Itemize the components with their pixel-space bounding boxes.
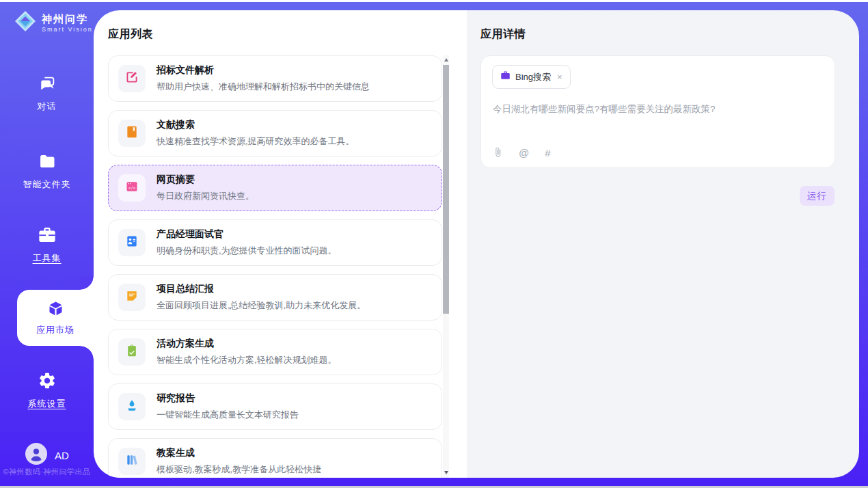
briefcase-icon (500, 70, 511, 83)
run-button[interactable]: 运行 (800, 186, 835, 206)
cube-icon (46, 299, 65, 321)
sidebar: 神州问学 Smart Vision 对话 智能文件夹 (0, 2, 94, 486)
app-title: 产品经理面试官 (157, 228, 337, 241)
tool-tag-bing-search[interactable]: Bing搜索 × (492, 65, 571, 89)
app-desc: 快速精准查找学术资源,提高研究效率的必备工具。 (157, 135, 355, 148)
app-list-panel: 应用列表 招标文件解析 帮助用户快速、准确地理解和解析招标书中的关键信 (94, 10, 467, 478)
app-list-item-project-summary[interactable]: 项目总结汇报 全面回顾项目进展,总结经验教训,助力未来优化发展。 (108, 274, 442, 321)
scrollbar-up-arrow[interactable] (443, 55, 449, 64)
app-desc: 一键智能生成高质量长文本研究报告 (157, 409, 299, 421)
prompt-card: Bing搜索 × 今日湖北有哪些新闻要点?有哪些需要关注的最新政策? @ # (480, 55, 835, 168)
paperclip-icon[interactable] (493, 147, 503, 159)
app-text: 研究报告 一键智能生成高质量长文本研究报告 (157, 392, 299, 421)
app-icon-box (118, 229, 146, 256)
note-icon (125, 289, 139, 306)
user-name: AD (55, 450, 69, 461)
sidebar-item-smart-folder[interactable]: 智能文件夹 (0, 152, 94, 191)
app-icon-box: </> (118, 174, 146, 202)
query-input[interactable]: 今日湖北有哪些新闻要点?有哪些需要关注的最新政策? (493, 103, 824, 116)
app-title: 教案生成 (157, 447, 321, 459)
app-title: 招标文件解析 (157, 64, 370, 77)
clipboard-check-icon (125, 344, 139, 360)
app-text: 活动方案生成 智能生成个性化活动方案,轻松解决规划难题。 (157, 338, 337, 366)
user-account[interactable]: AD (25, 443, 69, 467)
diamond-logo-icon (14, 10, 37, 36)
gear-icon (0, 371, 94, 393)
app-icon-box (118, 393, 146, 420)
book-icon (125, 125, 139, 141)
app-list-item-web-summary[interactable]: </> 网页摘要 每日政府新闻资讯快查。 (108, 165, 442, 211)
app-title: 网页摘要 (157, 174, 254, 186)
toolbox-icon (0, 226, 94, 247)
app-title: 研究报告 (157, 392, 299, 405)
books-icon (125, 453, 139, 470)
app-list-item-lesson-plan[interactable]: 教案生成 模板驱动,教案秒成,教学准备从此轻松快捷 (108, 438, 442, 478)
app-text: 文献搜索 快速精准查找学术资源,提高研究效率的必备工具。 (157, 119, 355, 148)
sidebar-item-settings[interactable]: 系统设置 (0, 371, 94, 410)
app-list-item-literature-search[interactable]: 文献搜索 快速精准查找学术资源,提高研究效率的必备工具。 (108, 110, 442, 157)
brand-subtitle: Smart Vision (42, 26, 93, 33)
sidebar-item-label: 对话 (0, 100, 94, 113)
sidebar-item-label: 工具集 (0, 252, 94, 265)
app-desc: 每日政府新闻资讯快查。 (157, 190, 254, 202)
pen-square-icon (125, 70, 139, 87)
app-detail-panel: 应用详情 Bing搜索 × 今日湖北有哪些新闻要点?有哪些需要关注的最新政策? (467, 10, 859, 478)
app-list-title: 应用列表 (108, 27, 153, 42)
at-icon[interactable]: @ (519, 148, 529, 158)
app-list-item-research-report[interactable]: 研究报告 一键智能生成高质量长文本研究报告 (108, 383, 442, 430)
app-list: 招标文件解析 帮助用户快速、准确地理解和解析招标书中的关键信息 文献搜索 (108, 55, 442, 478)
app-text: 项目总结汇报 全面回顾项目进展,总结经验教训,助力未来优化发展。 (157, 283, 366, 312)
folder-icon (0, 152, 94, 174)
app-text: 产品经理面试官 明确身份和职责,为您提供专业性的面试问题。 (157, 228, 337, 257)
resume-icon (125, 234, 139, 251)
scrollbar-thumb[interactable] (443, 65, 449, 314)
app-desc: 帮助用户快速、准确地理解和解析招标书中的关键信息 (157, 81, 370, 93)
app-desc: 明确身份和职责,为您提供专业性的面试问题。 (157, 245, 337, 257)
composer-toolbar: @ # (493, 147, 551, 159)
app-list-item-event-plan[interactable]: 活动方案生成 智能生成个性化活动方案,轻松解决规划难题。 (108, 329, 442, 375)
sidebar-item-app-market[interactable]: 应用市场 (17, 290, 94, 346)
copyright-text: ©神州数码·神州问学出品 (0, 467, 94, 477)
user-icon (25, 443, 47, 467)
close-icon[interactable]: × (557, 72, 562, 82)
ink-pen-icon (125, 398, 139, 415)
app-window: 神州问学 Smart Vision 对话 智能文件夹 (0, 0, 868, 488)
app-title: 项目总结汇报 (157, 283, 366, 295)
svg-text:</>: </> (128, 186, 136, 190)
app-list-item-bid-parsing[interactable]: 招标文件解析 帮助用户快速、准确地理解和解析招标书中的关键信息 (108, 55, 442, 102)
app-list-item-pm-interviewer[interactable]: 产品经理面试官 明确身份和职责,为您提供专业性的面试问题。 (108, 219, 442, 266)
hash-icon[interactable]: # (545, 148, 550, 158)
app-detail-title: 应用详情 (480, 27, 526, 42)
main-container: 应用列表 招标文件解析 帮助用户快速、准确地理解和解析招标书中的关键信 (94, 10, 859, 478)
app-list-scrollbar[interactable] (443, 55, 449, 478)
app-desc: 智能生成个性化活动方案,轻松解决规划难题。 (157, 354, 337, 366)
sidebar-item-label: 系统设置 (0, 398, 94, 410)
app-icon-box (118, 284, 146, 311)
sidebar-item-label: 应用市场 (36, 324, 74, 336)
app-desc: 全面回顾项目进展,总结经验教训,助力未来优化发展。 (157, 299, 366, 312)
app-icon-box (118, 448, 146, 475)
app-desc: 模板驱动,教案秒成,教学准备从此轻松快捷 (157, 463, 321, 476)
brand-text: 神州问学 Smart Vision (42, 13, 93, 33)
sidebar-item-chat[interactable]: 对话 (0, 74, 94, 113)
app-text: 教案生成 模板驱动,教案秒成,教学准备从此轻松快捷 (157, 447, 321, 476)
brand-logo: 神州问学 Smart Vision (14, 10, 93, 36)
sidebar-item-toolset[interactable]: 工具集 (0, 226, 94, 265)
app-icon-box (118, 65, 146, 92)
scrollbar-down-arrow[interactable] (443, 468, 449, 476)
brand-name: 神州问学 (42, 13, 93, 25)
app-title: 活动方案生成 (157, 338, 337, 350)
app-icon-box (118, 120, 146, 147)
browser-code-icon: </> (125, 180, 139, 196)
tool-tag-label: Bing搜索 (515, 71, 551, 83)
app-icon-box (118, 338, 146, 366)
app-title: 文献搜索 (157, 119, 355, 131)
chat-icon (0, 74, 94, 96)
app-text: 网页摘要 每日政府新闻资讯快查。 (157, 174, 254, 202)
app-text: 招标文件解析 帮助用户快速、准确地理解和解析招标书中的关键信息 (157, 64, 370, 93)
sidebar-item-label: 智能文件夹 (0, 178, 94, 191)
